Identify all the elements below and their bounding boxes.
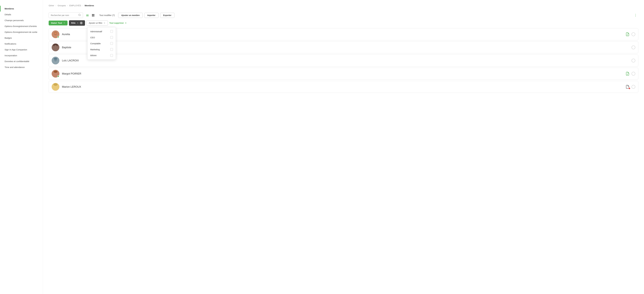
role-option-label: Marketing: [90, 48, 100, 51]
svg-rect-5: [92, 14, 93, 15]
online-indicator: [57, 36, 59, 38]
avatar: [52, 43, 60, 51]
role-checkbox-rrhh[interactable]: [110, 54, 113, 57]
toolbar-view-icons: [85, 13, 95, 17]
importer-button[interactable]: Importer: [144, 13, 158, 18]
breadcrumb-groupes[interactable]: Groupes: [58, 4, 66, 7]
svg-point-17: [54, 45, 57, 48]
sidebar-item-label: Options d'enregistrement de sortie: [4, 31, 37, 33]
svg-point-0: [78, 14, 80, 16]
exporter-button[interactable]: Exporter: [160, 13, 174, 18]
role-option-comptable[interactable]: Comptable: [88, 40, 116, 46]
sidebar-item-label: Incorporation: [4, 54, 17, 57]
sidebar-item-label: Time and attendance: [4, 66, 24, 68]
ajouter-filtre-button[interactable]: Ajouter un filtre: [86, 20, 108, 25]
member-row[interactable]: Aurelia: [49, 28, 638, 40]
toolbar: Tout modifier (7) Ajouter un membre Impo…: [49, 12, 638, 18]
avatar-wrap: [52, 70, 60, 78]
role-option-label: Comptable: [90, 42, 101, 45]
member-actions: [632, 46, 635, 49]
member-row[interactable]: Baptiste: [49, 41, 638, 53]
document-check-icon: [626, 32, 630, 36]
sidebar-item-membres[interactable]: Membres: [0, 6, 43, 11]
breadcrumb: Gérer › Groupes › EMPLOYÉS › Membres: [49, 4, 638, 7]
member-actions: !: [626, 85, 635, 89]
role-checkbox-marketing[interactable]: [110, 48, 113, 51]
search-box[interactable]: [49, 12, 83, 18]
online-indicator: [57, 75, 59, 77]
role-option-marketing[interactable]: Marketing: [88, 46, 116, 52]
warning-badge: !: [629, 88, 630, 89]
tout-supprimer-button[interactable]: Tout supprimer: [109, 22, 127, 24]
member-actions: [632, 59, 635, 62]
select-radio[interactable]: [632, 72, 635, 76]
sidebar-item-champs-personnels[interactable]: Champs personnels: [0, 17, 43, 23]
select-radio[interactable]: [632, 85, 635, 89]
sidebar-item-label: Membres: [4, 7, 14, 10]
breadcrumb-membres: Membres: [84, 4, 94, 7]
member-row[interactable]: Margot POIRIER: [49, 68, 638, 80]
close-icon: [125, 22, 127, 24]
document-check-icon: [626, 72, 630, 76]
svg-point-22: [54, 58, 57, 60]
member-list: Aurelia: [49, 28, 638, 94]
role-filter-clear[interactable]: ✕: [80, 21, 83, 24]
sidebar-item-label: Données et confidentialité: [4, 60, 29, 63]
sidebar-item-label: Champs personnels: [4, 19, 24, 21]
role-filter-label: Rôle: [71, 22, 76, 24]
sidebar-item-notifications[interactable]: Notifications: [0, 41, 43, 47]
grid-view-icon[interactable]: [91, 13, 95, 17]
role-checkbox-comptable[interactable]: [110, 42, 113, 45]
svg-rect-6: [93, 14, 94, 15]
avatar-wrap: [52, 83, 60, 91]
sidebar-item-label: Détails: [4, 13, 11, 16]
select-radio[interactable]: [632, 46, 635, 49]
tout-modifier-button[interactable]: Tout modifier (7): [98, 13, 116, 17]
avatar-wrap: [52, 43, 60, 51]
sidebar-item-options-entree[interactable]: Options d'enregistrement d'entrée: [0, 23, 43, 29]
ajouter-filtre-label: Ajouter un filtre: [89, 22, 102, 24]
chevron-up-icon: [77, 22, 79, 24]
tout-supprimer-label: Tout supprimer: [109, 22, 124, 24]
sidebar-item-options-sortie[interactable]: Options d'enregistrement de sortie: [0, 29, 43, 35]
role-checkbox-ceo[interactable]: [110, 36, 113, 39]
member-row[interactable]: Marion LEROUX !: [49, 81, 638, 93]
sidebar-item-details[interactable]: Détails: [0, 11, 43, 17]
avatar: [52, 83, 60, 91]
sidebar-item-label: Notifications: [4, 42, 16, 45]
role-filter-button[interactable]: Rôle ✕: [69, 20, 85, 26]
more-options-button[interactable]: ⋮: [633, 13, 638, 18]
role-checkbox-administratif[interactable]: [110, 30, 113, 33]
role-option-rrhh[interactable]: RRHH: [88, 52, 116, 58]
member-name: Aurelia: [62, 33, 623, 36]
select-radio[interactable]: [632, 59, 635, 62]
svg-point-26: [54, 71, 57, 73]
sidebar-item-sign-in-companion[interactable]: Sign In App Companion: [0, 47, 43, 53]
role-option-ceo[interactable]: CEO: [88, 34, 116, 40]
role-option-administratif[interactable]: Administratif: [88, 28, 116, 34]
sidebar-item-donnees[interactable]: Données et confidentialité: [0, 58, 43, 64]
sidebar-item-label: Sign In App Companion: [4, 48, 27, 51]
member-name: Loïc LACROIX: [62, 59, 629, 62]
sidebar-item-time-attendance[interactable]: Time and attendance: [0, 64, 43, 70]
member-row[interactable]: Loïc LACROIX: [49, 55, 638, 67]
sidebar-item-label: Badges: [4, 37, 12, 39]
breadcrumb-employes[interactable]: EMPLOYÉS: [70, 4, 81, 7]
statut-filter-label: Statut: Tout: [51, 22, 62, 24]
sidebar-item-incorporation[interactable]: Incorporation: [0, 53, 43, 58]
list-view-icon[interactable]: [85, 13, 90, 17]
avatar: [52, 57, 60, 64]
chevron-down-icon: [63, 22, 65, 24]
role-option-label: Administratif: [90, 30, 102, 33]
breadcrumb-gerer[interactable]: Gérer: [49, 4, 54, 7]
sidebar-item-badges[interactable]: Badges: [0, 35, 43, 41]
svg-point-14: [54, 32, 57, 35]
breadcrumb-sep-2: ›: [67, 4, 68, 6]
ajouter-membre-button[interactable]: Ajouter un membre: [118, 13, 142, 18]
select-radio[interactable]: [632, 32, 635, 36]
search-input[interactable]: [51, 14, 77, 16]
role-option-label: CEO: [90, 36, 95, 39]
statut-filter-button[interactable]: Statut: Tout: [49, 20, 68, 25]
avatar-wrap: [52, 30, 60, 38]
avatar-wrap: [52, 57, 60, 64]
